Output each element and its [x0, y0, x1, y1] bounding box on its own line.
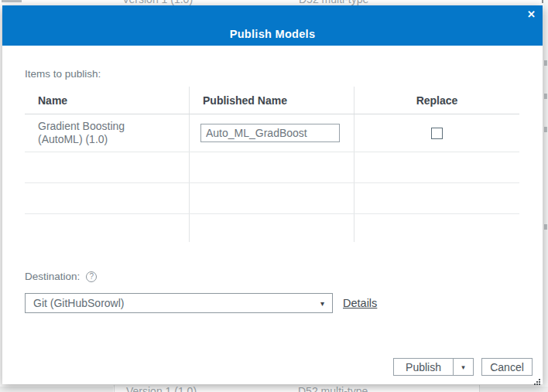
dialog-body: Items to publish: Name Published Name Re…: [2, 68, 543, 392]
background-text-fragment: Version 1 (1.0): [122, 0, 193, 5]
destination-selected-value: Git (GitHubSorowl): [33, 297, 124, 309]
table-cell-empty: [354, 152, 519, 182]
destination-select-row: Git (GitHubSorowl) ▾ Details: [25, 293, 520, 313]
details-link[interactable]: Details: [343, 297, 377, 309]
background-text-fragment: [544, 127, 547, 132]
background-text-fragment: D52 multi-type: [299, 0, 368, 5]
table-cell-empty: [354, 214, 519, 242]
table-cell-empty: [25, 152, 189, 182]
publish-split-button: Publish ▾: [393, 358, 474, 376]
dialog-titlebar: Publish Models ✕: [2, 5, 543, 46]
destination-label: Destination:: [25, 271, 80, 282]
table-cell-empty: [189, 152, 354, 182]
table-cell-empty: [189, 183, 354, 213]
table-cell-empty: [189, 214, 354, 242]
table-header-row: Name Published Name Replace: [25, 87, 519, 114]
dialog-footer: Publish ▾ Cancel: [393, 358, 533, 376]
table-row-empty: [25, 214, 519, 242]
model-name-cell: Gradient Boosting (AutoML) (1.0): [25, 114, 189, 152]
background-text-fragment: [2, 0, 22, 2]
chevron-down-icon: ▾: [320, 299, 324, 308]
publish-items-table: Name Published Name Replace Gradient Boo…: [25, 87, 519, 242]
dialog-title: Publish Models: [230, 28, 316, 40]
column-header-published-name: Published Name: [189, 87, 354, 114]
background-page-top: Version 1 (1.0) D52 multi-type: [0, 0, 548, 5]
publish-menu-button[interactable]: ▾: [453, 359, 473, 375]
destination-select[interactable]: Git (GitHubSorowl) ▾: [25, 293, 333, 313]
destination-row: Destination: ?: [25, 271, 520, 282]
background-text-fragment: [544, 224, 547, 230]
replace-cell: [354, 114, 519, 152]
close-icon[interactable]: ✕: [527, 9, 536, 20]
table-row-empty: [25, 183, 519, 214]
column-header-replace: Replace: [354, 87, 519, 114]
cancel-button[interactable]: Cancel: [481, 358, 533, 376]
table-row-empty: [25, 152, 519, 183]
published-name-input[interactable]: [200, 124, 340, 142]
published-name-cell: [189, 114, 354, 152]
table-cell-empty: [354, 183, 519, 213]
background-page-right: [543, 0, 548, 392]
replace-checkbox[interactable]: [431, 128, 443, 139]
column-header-name: Name: [25, 87, 189, 114]
items-to-publish-label: Items to publish:: [25, 68, 520, 80]
publish-button[interactable]: Publish: [394, 359, 453, 375]
table-cell-empty: [25, 214, 189, 242]
background-text-fragment: [544, 60, 547, 66]
table-cell-empty: [25, 183, 189, 213]
help-icon[interactable]: ?: [86, 271, 97, 282]
publish-models-dialog: Publish Models ✕ Items to publish: Name …: [2, 5, 543, 384]
resize-grip-icon[interactable]: [533, 375, 541, 383]
table-row: Gradient Boosting (AutoML) (1.0): [25, 114, 519, 152]
screen: Version 1 (1.0) D52 multi-type Version 1…: [0, 0, 548, 392]
background-text-fragment: [544, 94, 547, 99]
table-body: Gradient Boosting (AutoML) (1.0): [25, 114, 519, 242]
